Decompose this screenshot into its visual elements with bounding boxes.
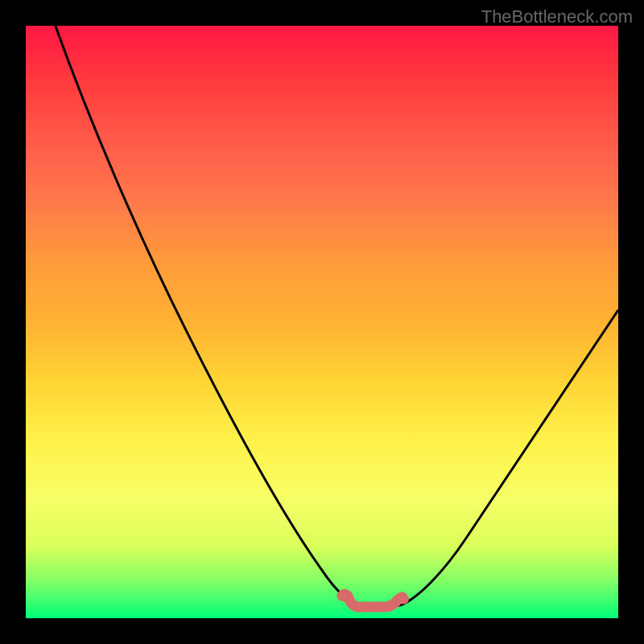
chart-plot-area [24, 24, 620, 620]
chart-svg [26, 26, 618, 618]
watermark-text: TheBottleneck.com [481, 6, 633, 27]
marker-dot-left [338, 590, 349, 601]
marker-dot-right [396, 592, 407, 603]
bottom-marker-band-path [342, 594, 404, 607]
main-curve-path [56, 26, 618, 608]
